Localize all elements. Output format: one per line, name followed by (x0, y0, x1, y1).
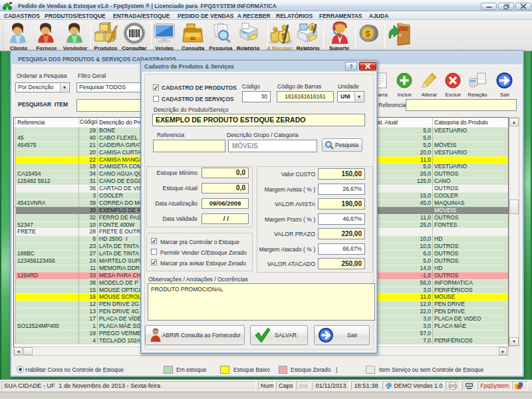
svg-text:$: $ (365, 29, 370, 39)
svg-text:EXIT: EXIT (399, 27, 408, 31)
